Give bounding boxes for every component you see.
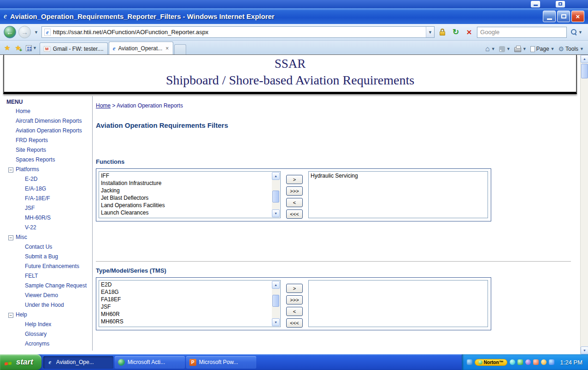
scroll-up-icon[interactable]: ▲ [581, 55, 588, 63]
scroll-down-icon[interactable]: ▼ [272, 209, 280, 217]
move-all-right-button[interactable]: >>> [286, 186, 303, 196]
move-all-left-button[interactable]: <<< [286, 318, 303, 328]
sidebar-item-e-2d[interactable]: E-2D [0, 174, 92, 184]
sidebar-item-aircraft-dimension-reports[interactable]: Aircraft Dimension Reports [0, 116, 92, 126]
sidebar-item-viewer-demo[interactable]: Viewer Demo [0, 291, 92, 300]
tms-available-listbox[interactable]: E2DEA18GFA18EFJSFMH60RMH60RS [99, 280, 281, 327]
sidebar-item-frd-reports[interactable]: FRD Reports [0, 136, 92, 145]
norton-badge[interactable]: Norton™ [475, 359, 507, 366]
tab-gmail[interactable]: M Gmail - FW: tester.... [40, 42, 108, 54]
scroll-thumb[interactable] [272, 191, 279, 203]
tray-icon[interactable] [525, 359, 531, 365]
sidebar-item-contact-us[interactable]: Contact Us [0, 242, 92, 252]
sidebar-item-acronyms[interactable]: Acronyms [0, 339, 92, 349]
functions-available-listbox[interactable]: IFFInstallation InfrastructureJackingJet… [99, 171, 281, 218]
list-option[interactable]: Hydraulic Servicing [311, 172, 486, 179]
tab-close-icon[interactable]: × [165, 45, 169, 52]
sidebar-item-mh-60r-s[interactable]: MH-60R/S [0, 213, 92, 223]
restore-button[interactable] [557, 11, 570, 22]
list-option[interactable]: MH60R [101, 310, 271, 318]
scroll-down-icon[interactable]: ▼ [581, 346, 588, 354]
sidebar-item-help[interactable]: −Help [0, 310, 92, 320]
sidebar-item-platforms[interactable]: −Platforms [0, 165, 92, 174]
page-scrollbar[interactable]: ▲ ▼ [580, 55, 588, 354]
list-option[interactable]: MH60RS [101, 318, 271, 325]
tray-icon[interactable] [517, 359, 523, 365]
list-option[interactable]: Installation Infrastructure [101, 179, 271, 187]
taskbar-item-activesync[interactable]: Microsoft Acti... [115, 356, 185, 369]
sidebar-item-e-a-18g[interactable]: E/A-18G [0, 184, 92, 194]
add-favorite-button[interactable]: ★ [13, 42, 23, 54]
address-bar[interactable]: e https://ssar.htii.net/AOFunction/AOFun… [41, 26, 435, 38]
start-button[interactable]: start [0, 354, 41, 370]
sidebar-item-under-the-hood[interactable]: Under the Hood [0, 300, 92, 310]
sidebar-item-glossary[interactable]: Glossary [0, 329, 92, 339]
collapse-icon[interactable]: − [8, 167, 13, 173]
quick-tabs-button[interactable]: ▼ [24, 42, 39, 54]
list-option[interactable]: Jacking [101, 187, 271, 194]
refresh-button[interactable]: ↻ [450, 27, 461, 38]
background-minimize-button[interactable] [531, 1, 540, 7]
sidebar-item-home[interactable]: Home [0, 107, 92, 116]
list-option[interactable]: Launch Clearances [101, 209, 271, 216]
print-button[interactable]: ▼ [514, 46, 527, 52]
listbox-scrollbar[interactable]: ▲ ▼ [272, 172, 280, 217]
minimize-button[interactable] [543, 11, 556, 22]
tray-icon[interactable] [541, 359, 547, 365]
feeds-button[interactable]: ▼ [499, 46, 511, 52]
breadcrumb-home-link[interactable]: Home [96, 102, 111, 109]
list-option[interactable]: Land Operations Facilities [101, 202, 271, 209]
tms-selected-listbox[interactable] [308, 280, 488, 327]
forward-button[interactable]: → [18, 26, 31, 38]
move-left-button[interactable]: < [286, 307, 303, 316]
recent-pages-dropdown[interactable]: ▼ [33, 30, 39, 35]
collapse-icon[interactable]: − [8, 235, 13, 240]
tray-icon[interactable] [467, 359, 472, 365]
sidebar-item-f-a-18e-f[interactable]: F/A-18E/F [0, 194, 92, 203]
listbox-scrollbar[interactable]: ▲ ▼ [272, 281, 280, 326]
tray-icon[interactable] [533, 359, 539, 365]
security-lock-icon[interactable] [437, 27, 448, 38]
tab-aviation[interactable]: e Aviation_Operat... × [109, 42, 174, 54]
move-all-right-button[interactable]: >>> [286, 295, 303, 304]
scroll-down-icon[interactable]: ▼ [272, 318, 280, 326]
list-option[interactable]: EA18G [101, 288, 271, 296]
tray-icon[interactable] [549, 359, 554, 365]
tray-icon[interactable] [510, 359, 515, 365]
collapse-icon[interactable]: − [8, 313, 13, 318]
sidebar-item-site-reports[interactable]: Site Reports [0, 145, 92, 155]
sidebar-item-sample-change-request[interactable]: Sample Change Request [0, 281, 92, 291]
sidebar-item-submit-a-bug[interactable]: Submit a Bug [0, 252, 92, 262]
page-menu-button[interactable]: Page▼ [530, 46, 555, 52]
sidebar-item-v-22[interactable]: V-22 [0, 223, 92, 233]
move-right-button[interactable]: > [286, 284, 303, 293]
sidebar-item-misc[interactable]: −Misc [0, 233, 92, 242]
move-left-button[interactable]: < [286, 198, 303, 207]
home-button[interactable]: ⌂▼ [485, 45, 495, 53]
taskbar-item-powerpoint[interactable]: P Microsoft Pow... [186, 356, 256, 369]
list-option[interactable]: IFF [101, 172, 271, 179]
address-dropdown[interactable]: ▼ [426, 27, 434, 37]
move-all-left-button[interactable]: <<< [286, 209, 303, 219]
functions-selected-listbox[interactable]: Hydraulic Servicing [308, 171, 488, 218]
list-option[interactable]: JSF [101, 303, 271, 310]
search-button[interactable]: ▼ [569, 29, 584, 35]
search-box[interactable]: Google [477, 27, 567, 38]
new-tab-button[interactable] [174, 44, 186, 54]
background-restore-button[interactable] [556, 1, 565, 7]
close-button[interactable]: × [571, 11, 584, 22]
scroll-thumb[interactable] [581, 64, 588, 78]
search-dropdown-icon[interactable]: ▼ [578, 30, 582, 35]
scroll-thumb[interactable] [272, 295, 279, 307]
move-right-button[interactable]: > [286, 175, 303, 184]
scroll-up-icon[interactable]: ▲ [272, 172, 280, 180]
scroll-up-icon[interactable]: ▲ [272, 281, 280, 289]
list-option[interactable]: Jet Blast Deflectors [101, 194, 271, 202]
favorites-center-button[interactable]: ★ [2, 42, 12, 54]
stop-button[interactable]: × [464, 27, 475, 38]
sidebar-item-aviation-operation-reports[interactable]: Aviation Operation Reports [0, 126, 92, 136]
list-option[interactable]: FA18EF [101, 296, 271, 303]
sidebar-item-jsf[interactable]: JSF [0, 203, 92, 213]
sidebar-item-future-enhancements[interactable]: Future Enhancements [0, 262, 92, 271]
back-button[interactable]: ← [4, 26, 16, 38]
